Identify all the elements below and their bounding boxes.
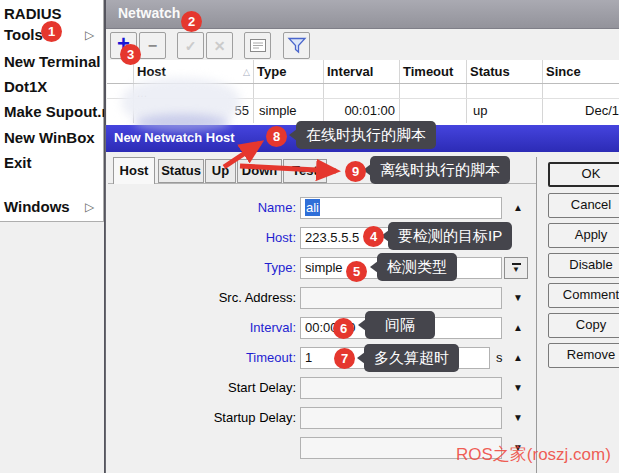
callout-tail bbox=[370, 261, 378, 273]
column-divider bbox=[253, 60, 254, 123]
step-badge-2: 2 bbox=[181, 11, 202, 32]
name-input[interactable]: ali bbox=[300, 197, 502, 219]
minus-icon: − bbox=[148, 37, 157, 55]
column-divider bbox=[466, 60, 467, 123]
callout-text: 检测类型 bbox=[387, 258, 447, 275]
step-badge-4: 4 bbox=[363, 226, 384, 247]
disable-button[interactable]: ✕ bbox=[206, 32, 233, 59]
start-delay-label: Start Delay: bbox=[141, 380, 296, 395]
step-badge-6: 6 bbox=[333, 318, 354, 339]
cell-type: simple bbox=[259, 103, 297, 118]
cell-interval: 00:01:00 bbox=[327, 103, 395, 118]
callout-target-ip: 要检测的目标IP bbox=[388, 222, 512, 250]
spinner-up-icon[interactable]: ▲ bbox=[513, 322, 523, 334]
cancel-button[interactable]: Cancel bbox=[548, 193, 619, 218]
step-badge-5: 5 bbox=[346, 261, 367, 282]
column-header-timeout[interactable]: Timeout bbox=[403, 64, 453, 79]
timeout-label: Timeout: bbox=[141, 350, 296, 365]
column-divider bbox=[399, 60, 400, 123]
column-divider bbox=[542, 60, 543, 123]
column-divider bbox=[323, 60, 324, 123]
dropdown-list-icon: ▼ bbox=[512, 266, 520, 274]
netwatch-title: Netwatch bbox=[118, 5, 180, 21]
apply-button[interactable]: Apply bbox=[548, 223, 619, 248]
tab-status[interactable]: Status bbox=[158, 159, 204, 183]
spinner-down-icon[interactable]: ▼ bbox=[513, 412, 523, 424]
remove-button[interactable]: Remove bbox=[548, 343, 619, 368]
dialog-separator bbox=[536, 157, 537, 473]
callout-text: 要检测的目标IP bbox=[398, 227, 502, 244]
startup-delay-input[interactable] bbox=[300, 407, 502, 429]
cross-icon: ✕ bbox=[214, 38, 226, 54]
callout-online-script: 在线时执行的脚本 bbox=[296, 121, 436, 149]
callout-offline-script: 离线时执行的脚本 bbox=[370, 156, 510, 184]
copy-button[interactable]: Copy bbox=[548, 313, 619, 338]
disable-button[interactable]: Disable bbox=[548, 253, 619, 278]
step-badge-9: 9 bbox=[345, 161, 366, 182]
filter-button[interactable] bbox=[283, 32, 310, 59]
column-header-host[interactable]: Host bbox=[137, 64, 166, 79]
tab-test[interactable]: Test bbox=[283, 159, 327, 183]
remove-button[interactable]: − bbox=[139, 32, 166, 59]
column-header-type[interactable]: Type bbox=[257, 64, 286, 79]
sort-asc-icon: △ bbox=[243, 67, 250, 77]
callout-tail bbox=[289, 129, 297, 141]
enable-button[interactable]: ✓ bbox=[177, 32, 204, 59]
comment-tool-button[interactable] bbox=[244, 32, 271, 59]
callout-tail bbox=[357, 352, 365, 364]
start-delay-input[interactable] bbox=[300, 377, 502, 399]
host-label: Host: bbox=[141, 230, 296, 245]
note-icon bbox=[250, 39, 266, 52]
spinner-up-icon[interactable]: ▲ bbox=[513, 202, 523, 214]
spinner-down-icon[interactable]: ▼ bbox=[513, 382, 523, 394]
cell-status: up bbox=[473, 103, 487, 118]
ok-button[interactable]: OK bbox=[548, 162, 619, 187]
interval-label: Interval: bbox=[141, 320, 296, 335]
selected-text: ali bbox=[305, 199, 320, 216]
watermark: ROS之家(roszj.com) bbox=[456, 443, 611, 466]
callout-text: 离线时执行的脚本 bbox=[380, 161, 500, 178]
callout-interval: 间隔 bbox=[365, 311, 435, 339]
callout-timeout: 多久算超时 bbox=[364, 344, 459, 372]
step-badge-3: 3 bbox=[120, 44, 141, 65]
callout-text: 在线时执行的脚本 bbox=[306, 126, 426, 143]
type-dropdown-button[interactable]: ▼ bbox=[504, 257, 528, 279]
step-badge-8: 8 bbox=[266, 126, 287, 147]
cell-since: Dec/1 bbox=[544, 103, 619, 118]
menu-item-new-terminal[interactable]: New Terminal bbox=[0, 50, 104, 74]
type-label: Type: bbox=[141, 260, 296, 275]
tab-host[interactable]: Host bbox=[113, 157, 155, 184]
column-header-since[interactable]: Since bbox=[546, 64, 581, 79]
menu-item-make-supout[interactable]: Make Supout.rif bbox=[0, 100, 104, 124]
src-address-input[interactable] bbox=[300, 287, 502, 309]
check-icon: ✓ bbox=[185, 38, 197, 54]
menu-item-exit[interactable]: Exit bbox=[0, 151, 104, 175]
tab-down[interactable]: Down bbox=[237, 159, 282, 183]
menu-item-dot1x[interactable]: Dot1X bbox=[0, 75, 104, 99]
menu-item-new-winbox[interactable]: New WinBox bbox=[0, 126, 104, 150]
censor-blur bbox=[134, 114, 230, 132]
funnel-icon bbox=[287, 37, 307, 54]
submenu-arrow-icon: ▷ bbox=[85, 23, 94, 47]
callout-text: 多久算超时 bbox=[374, 349, 449, 366]
submenu-arrow-icon: ▷ bbox=[85, 195, 94, 219]
column-header-status[interactable]: Status bbox=[470, 64, 510, 79]
winbox-screen: Netwatch + − ✓ ✕ bbox=[0, 0, 619, 473]
timeout-unit: s bbox=[496, 350, 503, 365]
startup-delay-label: Startup Delay: bbox=[141, 410, 296, 425]
callout-tail bbox=[358, 319, 366, 331]
callout-check-type: 检测类型 bbox=[377, 253, 457, 281]
column-header-interval[interactable]: Interval bbox=[327, 64, 373, 79]
name-label: Name: bbox=[141, 200, 296, 215]
tab-up[interactable]: Up bbox=[205, 159, 236, 183]
spinner-down-icon[interactable]: ▼ bbox=[513, 292, 523, 304]
netwatch-toolbar: + − ✓ ✕ bbox=[105, 28, 619, 60]
callout-text: 间隔 bbox=[385, 316, 415, 333]
step-badge-1: 1 bbox=[41, 21, 62, 42]
dialog-title: New Netwatch Host bbox=[114, 130, 235, 145]
src-address-label: Src. Address: bbox=[141, 290, 296, 305]
spinner-up-icon[interactable]: ▲ bbox=[513, 352, 523, 364]
step-badge-7: 7 bbox=[334, 348, 355, 369]
comment-button[interactable]: Comment bbox=[548, 283, 619, 308]
